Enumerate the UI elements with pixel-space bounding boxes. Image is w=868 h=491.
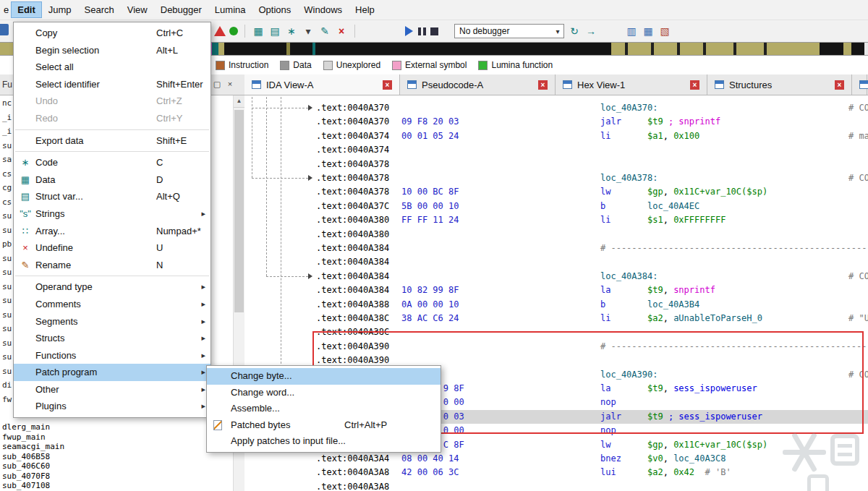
- function-list-item[interactable]: seamacgi_main: [2, 442, 64, 451]
- tab-ida-view-a[interactable]: IDA View-A×: [244, 74, 400, 95]
- step-icon[interactable]: →: [584, 25, 597, 37]
- function-list-item[interactable]: pb: [2, 239, 12, 249]
- listing-row[interactable]: .text:0040A374: [316, 143, 868, 157]
- menubar-item-e[interactable]: e: [1, 1, 11, 18]
- close-window-icon[interactable]: ×: [224, 79, 236, 90]
- menu-item-array[interactable]: ∷Array...Numpad+*: [14, 223, 210, 240]
- table-icon[interactable]: ▥: [625, 25, 638, 37]
- menu-item-copy[interactable]: CopyCtrl+C: [14, 25, 210, 42]
- menubar-item-windows[interactable]: Windows: [297, 1, 349, 18]
- submenu-item-apply-patches-to-input-file[interactable]: Apply patches to input file...: [207, 433, 441, 450]
- edit-icon[interactable]: ✎: [318, 25, 331, 37]
- make-data-icon[interactable]: ▤: [268, 25, 281, 37]
- menu-item-code[interactable]: ∗CodeC: [14, 154, 210, 171]
- function-list-item[interactable]: su: [2, 310, 12, 320]
- function-list-item[interactable]: dlerg_main: [2, 422, 50, 432]
- menubar-item-help[interactable]: Help: [349, 1, 381, 18]
- menubar-item-jump[interactable]: Jump: [42, 1, 78, 18]
- tab-hex-view-1[interactable]: Hex View-1×: [556, 74, 707, 95]
- function-list-item[interactable]: su: [2, 367, 12, 376]
- menu-item-select-identifier[interactable]: Select identifierShift+Enter: [14, 76, 210, 93]
- tab-close-icon[interactable]: ×: [383, 80, 392, 90]
- columns-icon[interactable]: ▦: [642, 25, 655, 37]
- listing-row[interactable]: .text:0040A378loc_40A378:# CO: [316, 171, 868, 185]
- make-struct-icon[interactable]: ∗: [285, 25, 298, 37]
- listing-row[interactable]: .text:0040A37C5B 00 00 10bloc_40A4EC: [316, 200, 868, 213]
- listing-row[interactable]: .text:0040A37810 00 BC 8Flw$gp, 0x11C+va…: [316, 185, 868, 199]
- listing-row[interactable]: .text:0040A370loc_40A370:# CO: [316, 101, 868, 115]
- function-list-item[interactable]: su: [2, 254, 12, 263]
- menubar-item-lumina[interactable]: Lumina: [208, 1, 252, 18]
- submenu-item-change-word[interactable]: Change word...: [207, 385, 441, 401]
- scroll-up-icon[interactable]: ▲: [234, 95, 244, 108]
- menu-item-struct-var[interactable]: ▤Struct var...Alt+Q: [14, 188, 210, 205]
- menu-item-undefine[interactable]: ×UndefineU: [14, 239, 210, 257]
- function-list-item[interactable]: su: [2, 141, 12, 150]
- menubar-item-search[interactable]: Search: [78, 1, 121, 18]
- menu-item-redo[interactable]: RedoCtrl+Y: [14, 110, 210, 127]
- toolbar-partial-icon[interactable]: [0, 24, 9, 35]
- submenu-item-assemble[interactable]: Assemble...: [207, 401, 441, 417]
- float-window-icon[interactable]: ▢: [211, 79, 223, 90]
- menu-item-functions[interactable]: Functions▸: [14, 347, 210, 364]
- function-list-item[interactable]: sub_407108: [2, 481, 50, 490]
- tab-structures[interactable]: Structures×: [707, 74, 852, 95]
- menu-item-other[interactable]: Other▸: [14, 381, 210, 398]
- menu-item-select-all[interactable]: Select all: [14, 59, 210, 76]
- function-list-item[interactable]: cs: [2, 169, 12, 179]
- menubar-item-view[interactable]: View: [121, 1, 154, 18]
- menubar-item-debugger[interactable]: Debugger: [154, 1, 208, 18]
- menu-item-data[interactable]: ▦DataD: [14, 171, 210, 189]
- dropdown-arrow-icon[interactable]: ▾: [302, 25, 315, 37]
- function-list-item[interactable]: su: [2, 324, 12, 333]
- listing-row[interactable]: .text:0040A3880A 00 00 10bloc_40A3B4: [316, 298, 868, 312]
- function-list-item[interactable]: su: [2, 296, 12, 305]
- tab-close-icon[interactable]: ×: [835, 80, 844, 90]
- function-list-item[interactable]: su: [2, 282, 12, 291]
- function-list-item[interactable]: sub_406C60: [2, 461, 50, 471]
- listing-row[interactable]: .text:0040A37400 01 05 24li$a1, 0x100# m…: [316, 129, 868, 143]
- menu-item-undo[interactable]: UndoCtrl+Z: [14, 93, 210, 110]
- listing-row[interactable]: .text:0040A38C38 AC C6 24li$a2, aUnableT…: [316, 312, 868, 325]
- function-list-item[interactable]: su: [2, 211, 12, 221]
- function-list-item[interactable]: cg: [2, 183, 12, 192]
- listing-row[interactable]: .text:0040A3A8: [316, 480, 868, 491]
- listing-row[interactable]: .text:0040A384# ------------------------…: [316, 242, 868, 255]
- menu-item-plugins[interactable]: Plugins▸: [14, 398, 210, 415]
- listing-row[interactable]: .text:0040A380FF FF 11 24li$s1, 0xFFFFFF…: [316, 213, 868, 227]
- debugger-combo[interactable]: No debugger▾: [454, 24, 564, 38]
- function-list-item[interactable]: _i: [2, 113, 12, 122]
- listing-row[interactable]: .text:0040A3A408 00 40 14bnez$v0, loc_40…: [316, 452, 868, 466]
- pause-process-icon[interactable]: [417, 27, 427, 35]
- menu-item-strings[interactable]: "s"Strings▸: [14, 205, 210, 223]
- run-indicator-icon[interactable]: [229, 27, 238, 35]
- function-list-item[interactable]: fw: [2, 395, 12, 404]
- function-list-item[interactable]: cs: [2, 197, 12, 207]
- listing-row[interactable]: .text:0040A38410 82 99 8Fla$t9, snprintf: [316, 283, 868, 297]
- function-list-item[interactable]: _i: [2, 127, 12, 136]
- function-list-item[interactable]: su: [2, 268, 12, 277]
- undefine-icon[interactable]: ×: [335, 25, 348, 37]
- menu-item-rename[interactable]: ✎RenameN: [14, 257, 210, 274]
- layout-icon[interactable]: ▧: [658, 25, 671, 37]
- menu-item-operand-type[interactable]: Operand type▸: [14, 278, 210, 296]
- tab-pseudocode-a[interactable]: Pseudocode-A×: [400, 74, 556, 95]
- menubar-item-options[interactable]: Options: [252, 1, 298, 18]
- menu-item-begin-selection[interactable]: Begin selectionAlt+L: [14, 42, 210, 59]
- tab-partial[interactable]: [852, 74, 867, 95]
- function-list-item[interactable]: nc: [2, 98, 12, 108]
- scrollbar-thumb[interactable]: [234, 110, 244, 312]
- refresh-icon[interactable]: ↻: [568, 25, 581, 37]
- menu-item-structs[interactable]: Structs▸: [14, 330, 210, 347]
- listing-row[interactable]: .text:0040A384: [316, 255, 868, 269]
- make-code-icon[interactable]: ▦: [252, 25, 265, 37]
- listing-row[interactable]: .text:0040A384loc_40A384:# CO: [316, 270, 868, 283]
- function-list-item[interactable]: sa: [2, 155, 12, 164]
- warning-icon[interactable]: [214, 26, 226, 36]
- menu-item-segments[interactable]: Segments▸: [14, 313, 210, 330]
- tab-close-icon[interactable]: ×: [690, 80, 699, 90]
- function-list-item[interactable]: su: [2, 338, 12, 348]
- function-list-item[interactable]: su: [2, 352, 12, 362]
- stop-process-icon[interactable]: [430, 27, 438, 35]
- menubar-item-edit[interactable]: Edit: [11, 1, 42, 18]
